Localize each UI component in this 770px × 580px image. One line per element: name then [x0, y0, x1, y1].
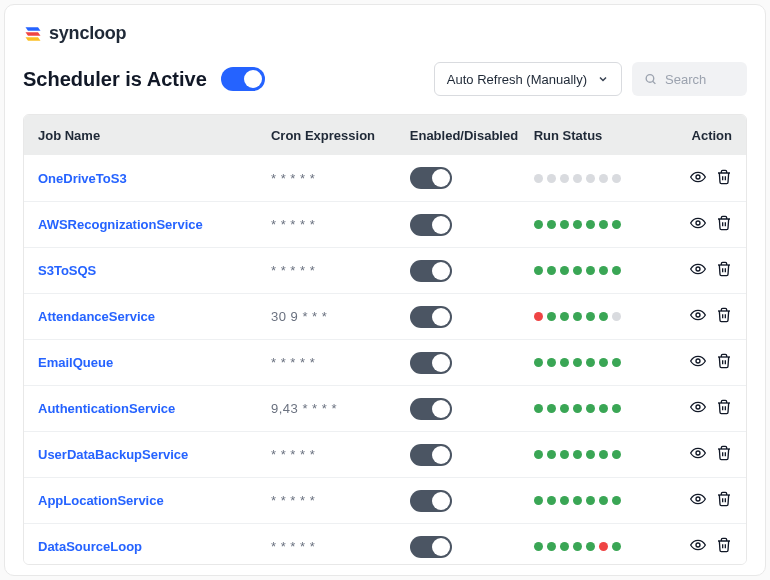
status-dot: [534, 404, 543, 413]
job-name-link[interactable]: AppLocationService: [38, 493, 164, 508]
status-dot: [612, 450, 621, 459]
trash-icon: [716, 215, 732, 231]
run-status-dots: [534, 496, 668, 505]
status-dot: [573, 312, 582, 321]
status-dot: [534, 450, 543, 459]
status-dot: [534, 174, 543, 183]
brand-name: syncloop: [49, 23, 126, 44]
col-header-action: Action: [668, 128, 732, 143]
col-header-job: Job Name: [38, 128, 271, 143]
delete-button[interactable]: [716, 445, 732, 464]
cron-expression: 30 9 * * *: [271, 309, 410, 324]
enabled-toggle[interactable]: [410, 306, 452, 328]
status-dot: [612, 542, 621, 551]
delete-button[interactable]: [716, 169, 732, 188]
status-dot: [612, 174, 621, 183]
search-icon: [644, 72, 657, 86]
delete-button[interactable]: [716, 537, 732, 556]
status-dot: [560, 542, 569, 551]
cron-expression: * * * * *: [271, 217, 410, 232]
trash-icon: [716, 445, 732, 461]
status-dot: [534, 542, 543, 551]
delete-button[interactable]: [716, 215, 732, 234]
trash-icon: [716, 537, 732, 553]
status-dot: [560, 450, 569, 459]
status-dot: [560, 358, 569, 367]
chevron-down-icon: [597, 73, 609, 85]
enabled-toggle[interactable]: [410, 352, 452, 374]
cron-expression: * * * * *: [271, 171, 410, 186]
eye-icon: [690, 261, 706, 277]
view-button[interactable]: [690, 169, 706, 188]
enabled-toggle[interactable]: [410, 536, 452, 558]
cron-expression: * * * * *: [271, 493, 410, 508]
job-name-link[interactable]: UserDataBackupService: [38, 447, 188, 462]
delete-button[interactable]: [716, 307, 732, 326]
status-dot: [534, 496, 543, 505]
view-button[interactable]: [690, 261, 706, 280]
status-dot: [534, 358, 543, 367]
table-row: UserDataBackupService* * * * *: [24, 431, 746, 477]
search-box[interactable]: [632, 62, 747, 96]
col-header-run: Run Status: [534, 128, 668, 143]
status-dot: [560, 266, 569, 275]
status-dot: [573, 266, 582, 275]
view-button[interactable]: [690, 445, 706, 464]
delete-button[interactable]: [716, 353, 732, 372]
view-button[interactable]: [690, 537, 706, 556]
run-status-dots: [534, 174, 668, 183]
enabled-toggle[interactable]: [410, 444, 452, 466]
job-name-link[interactable]: DataSourceLoop: [38, 539, 142, 554]
status-dot: [547, 312, 556, 321]
cron-expression: * * * * *: [271, 355, 410, 370]
view-button[interactable]: [690, 307, 706, 326]
table-row: DataSourceLoop* * * * *: [24, 523, 746, 565]
status-dot: [586, 358, 595, 367]
job-name-link[interactable]: S3ToSQS: [38, 263, 96, 278]
status-dot: [560, 174, 569, 183]
jobs-table-body: OneDriveToS3* * * * *AWSRecognizationSer…: [24, 155, 746, 565]
status-dot: [599, 358, 608, 367]
table-row: AttendanceService30 9 * * *: [24, 293, 746, 339]
status-dot: [599, 404, 608, 413]
delete-button[interactable]: [716, 491, 732, 510]
enabled-toggle[interactable]: [410, 214, 452, 236]
trash-icon: [716, 307, 732, 323]
trash-icon: [716, 353, 732, 369]
status-dot: [586, 266, 595, 275]
status-dot: [612, 496, 621, 505]
status-dot: [612, 312, 621, 321]
delete-button[interactable]: [716, 399, 732, 418]
run-status-dots: [534, 358, 668, 367]
status-dot: [573, 542, 582, 551]
status-dot: [573, 220, 582, 229]
scheduler-active-toggle[interactable]: [221, 67, 265, 91]
view-button[interactable]: [690, 491, 706, 510]
view-button[interactable]: [690, 353, 706, 372]
auto-refresh-select[interactable]: Auto Refresh (Manually): [434, 62, 622, 96]
delete-button[interactable]: [716, 261, 732, 280]
search-input[interactable]: [665, 72, 735, 87]
header-row: Scheduler is Active Auto Refresh (Manual…: [23, 62, 747, 96]
enabled-toggle[interactable]: [410, 398, 452, 420]
svg-point-9: [696, 497, 700, 501]
svg-point-8: [696, 451, 700, 455]
table-row: AppLocationService* * * * *: [24, 477, 746, 523]
enabled-toggle[interactable]: [410, 167, 452, 189]
job-name-link[interactable]: AuthenticationService: [38, 401, 175, 416]
status-dot: [547, 266, 556, 275]
header-left: Scheduler is Active: [23, 67, 265, 91]
eye-icon: [690, 445, 706, 461]
job-name-link[interactable]: EmailQueue: [38, 355, 113, 370]
status-dot: [573, 496, 582, 505]
enabled-toggle[interactable]: [410, 490, 452, 512]
enabled-toggle[interactable]: [410, 260, 452, 282]
status-dot: [586, 450, 595, 459]
view-button[interactable]: [690, 215, 706, 234]
table-row: AWSRecognizationService* * * * *: [24, 201, 746, 247]
view-button[interactable]: [690, 399, 706, 418]
job-name-link[interactable]: AttendanceService: [38, 309, 155, 324]
job-name-link[interactable]: AWSRecognizationService: [38, 217, 203, 232]
status-dot: [534, 220, 543, 229]
job-name-link[interactable]: OneDriveToS3: [38, 171, 127, 186]
